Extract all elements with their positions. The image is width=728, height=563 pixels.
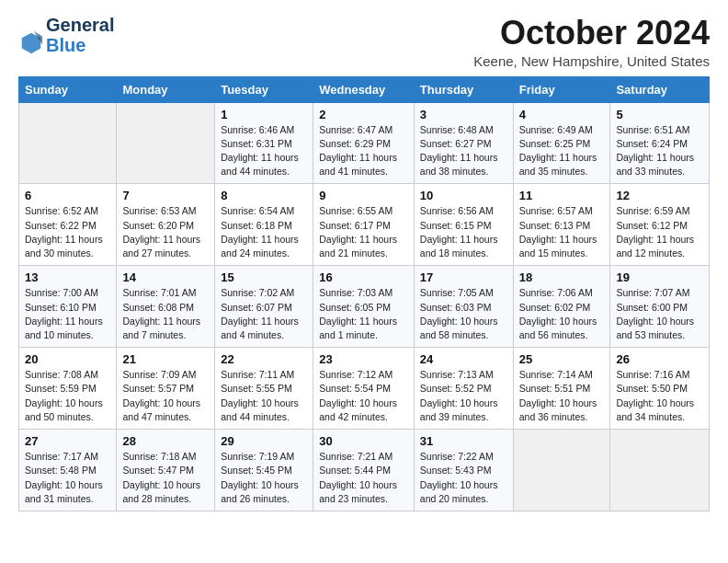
cell-detail: Sunrise: 7:07 AM Sunset: 6:00 PM Dayligh… — [616, 286, 703, 342]
calendar-cell: 13Sunrise: 7:00 AM Sunset: 6:10 PM Dayli… — [19, 266, 117, 348]
calendar-cell: 18Sunrise: 7:06 AM Sunset: 6:02 PM Dayli… — [513, 266, 610, 348]
calendar-cell: 26Sunrise: 7:16 AM Sunset: 5:50 PM Dayli… — [610, 348, 710, 430]
calendar-cell: 12Sunrise: 6:59 AM Sunset: 6:12 PM Dayli… — [610, 184, 710, 266]
cell-detail: Sunrise: 7:00 AM Sunset: 6:10 PM Dayligh… — [25, 286, 110, 342]
calendar-cell: 27Sunrise: 7:17 AM Sunset: 5:48 PM Dayli… — [19, 430, 117, 511]
day-number: 16 — [319, 270, 408, 284]
calendar-cell — [117, 102, 215, 184]
calendar-cell: 19Sunrise: 7:07 AM Sunset: 6:00 PM Dayli… — [610, 266, 710, 348]
calendar-cell: 21Sunrise: 7:09 AM Sunset: 5:57 PM Dayli… — [117, 348, 215, 430]
day-number: 17 — [420, 270, 507, 284]
day-number: 28 — [122, 434, 209, 448]
calendar-cell: 23Sunrise: 7:12 AM Sunset: 5:54 PM Dayli… — [313, 348, 415, 430]
day-number: 2 — [319, 108, 408, 121]
weekday-header-wednesday: Wednesday — [313, 76, 415, 102]
day-number: 31 — [420, 434, 507, 448]
cell-detail: Sunrise: 6:52 AM Sunset: 6:22 PM Dayligh… — [25, 204, 110, 260]
logo: General Blue — [18, 15, 114, 55]
calendar-cell: 2Sunrise: 6:47 AM Sunset: 6:29 PM Daylig… — [313, 102, 415, 184]
day-number: 6 — [25, 189, 110, 202]
day-number: 14 — [122, 270, 209, 284]
calendar-body: 1Sunrise: 6:46 AM Sunset: 6:31 PM Daylig… — [19, 102, 710, 511]
calendar-cell: 1Sunrise: 6:46 AM Sunset: 6:31 PM Daylig… — [215, 102, 313, 184]
calendar-week-5: 27Sunrise: 7:17 AM Sunset: 5:48 PM Dayli… — [19, 430, 710, 511]
month-title: October 2024 — [473, 15, 710, 52]
logo-general-text: General — [46, 15, 114, 35]
cell-detail: Sunrise: 7:11 AM Sunset: 5:55 PM Dayligh… — [221, 368, 307, 424]
day-number: 20 — [25, 352, 110, 366]
day-number: 29 — [221, 434, 307, 448]
cell-detail: Sunrise: 7:21 AM Sunset: 5:44 PM Dayligh… — [319, 450, 408, 506]
day-number: 24 — [420, 352, 507, 366]
calendar-cell: 30Sunrise: 7:21 AM Sunset: 5:44 PM Dayli… — [313, 430, 415, 511]
day-number: 27 — [25, 434, 110, 448]
day-number: 22 — [221, 352, 307, 366]
calendar-cell: 24Sunrise: 7:13 AM Sunset: 5:52 PM Dayli… — [414, 348, 513, 430]
calendar-cell: 15Sunrise: 7:02 AM Sunset: 6:07 PM Dayli… — [215, 266, 313, 348]
calendar-cell: 5Sunrise: 6:51 AM Sunset: 6:24 PM Daylig… — [610, 102, 710, 184]
title-block: October 2024 Keene, New Hampshire, Unite… — [473, 15, 710, 69]
weekday-header-row: SundayMondayTuesdayWednesdayThursdayFrid… — [19, 76, 710, 102]
weekday-header-saturday: Saturday — [610, 76, 710, 102]
header: General Blue October 2024 Keene, New Ham… — [18, 15, 710, 69]
cell-detail: Sunrise: 7:01 AM Sunset: 6:08 PM Dayligh… — [122, 286, 209, 342]
weekday-header-sunday: Sunday — [19, 76, 117, 102]
cell-detail: Sunrise: 6:57 AM Sunset: 6:13 PM Dayligh… — [519, 204, 605, 260]
calendar-week-1: 1Sunrise: 6:46 AM Sunset: 6:31 PM Daylig… — [19, 102, 710, 184]
calendar-cell: 29Sunrise: 7:19 AM Sunset: 5:45 PM Dayli… — [215, 430, 313, 511]
cell-detail: Sunrise: 6:46 AM Sunset: 6:31 PM Dayligh… — [221, 123, 307, 179]
logo-blue-text: Blue — [46, 35, 85, 55]
cell-detail: Sunrise: 7:03 AM Sunset: 6:05 PM Dayligh… — [319, 286, 408, 342]
cell-detail: Sunrise: 7:06 AM Sunset: 6:02 PM Dayligh… — [519, 286, 605, 342]
calendar-cell: 7Sunrise: 6:53 AM Sunset: 6:20 PM Daylig… — [117, 184, 215, 266]
calendar-cell: 31Sunrise: 7:22 AM Sunset: 5:43 PM Dayli… — [414, 430, 513, 511]
calendar-cell: 10Sunrise: 6:56 AM Sunset: 6:15 PM Dayli… — [414, 184, 513, 266]
cell-detail: Sunrise: 7:02 AM Sunset: 6:07 PM Dayligh… — [221, 286, 307, 342]
day-number: 3 — [420, 108, 507, 121]
calendar-cell: 16Sunrise: 7:03 AM Sunset: 6:05 PM Dayli… — [313, 266, 415, 348]
page: General Blue October 2024 Keene, New Ham… — [0, 0, 728, 526]
calendar-week-3: 13Sunrise: 7:00 AM Sunset: 6:10 PM Dayli… — [19, 266, 710, 348]
calendar-week-4: 20Sunrise: 7:08 AM Sunset: 5:59 PM Dayli… — [19, 348, 710, 430]
day-number: 21 — [122, 352, 209, 366]
day-number: 18 — [519, 270, 605, 284]
calendar-cell — [19, 102, 117, 184]
day-number: 4 — [519, 108, 605, 121]
cell-detail: Sunrise: 7:22 AM Sunset: 5:43 PM Dayligh… — [420, 450, 507, 506]
day-number: 5 — [616, 108, 703, 121]
calendar-cell: 17Sunrise: 7:05 AM Sunset: 6:03 PM Dayli… — [414, 266, 513, 348]
day-number: 30 — [319, 434, 408, 448]
location: Keene, New Hampshire, United States — [473, 53, 710, 69]
cell-detail: Sunrise: 7:09 AM Sunset: 5:57 PM Dayligh… — [122, 368, 209, 424]
day-number: 10 — [420, 189, 507, 202]
calendar-table: SundayMondayTuesdayWednesdayThursdayFrid… — [18, 76, 710, 511]
cell-detail: Sunrise: 7:17 AM Sunset: 5:48 PM Dayligh… — [25, 450, 110, 506]
calendar-header: SundayMondayTuesdayWednesdayThursdayFrid… — [19, 76, 710, 102]
cell-detail: Sunrise: 7:18 AM Sunset: 5:47 PM Dayligh… — [122, 450, 209, 506]
cell-detail: Sunrise: 6:59 AM Sunset: 6:12 PM Dayligh… — [616, 204, 703, 260]
calendar-cell: 9Sunrise: 6:55 AM Sunset: 6:17 PM Daylig… — [313, 184, 415, 266]
weekday-header-thursday: Thursday — [414, 76, 513, 102]
logo-icon — [18, 29, 44, 55]
cell-detail: Sunrise: 6:56 AM Sunset: 6:15 PM Dayligh… — [420, 204, 507, 260]
cell-detail: Sunrise: 6:51 AM Sunset: 6:24 PM Dayligh… — [616, 123, 703, 179]
weekday-header-friday: Friday — [513, 76, 610, 102]
cell-detail: Sunrise: 7:13 AM Sunset: 5:52 PM Dayligh… — [420, 368, 507, 424]
weekday-header-tuesday: Tuesday — [215, 76, 313, 102]
calendar-cell: 20Sunrise: 7:08 AM Sunset: 5:59 PM Dayli… — [19, 348, 117, 430]
calendar-cell: 22Sunrise: 7:11 AM Sunset: 5:55 PM Dayli… — [215, 348, 313, 430]
day-number: 15 — [221, 270, 307, 284]
calendar-cell: 8Sunrise: 6:54 AM Sunset: 6:18 PM Daylig… — [215, 184, 313, 266]
cell-detail: Sunrise: 7:19 AM Sunset: 5:45 PM Dayligh… — [221, 450, 307, 506]
calendar-cell: 11Sunrise: 6:57 AM Sunset: 6:13 PM Dayli… — [513, 184, 610, 266]
cell-detail: Sunrise: 7:14 AM Sunset: 5:51 PM Dayligh… — [519, 368, 605, 424]
calendar-cell: 25Sunrise: 7:14 AM Sunset: 5:51 PM Dayli… — [513, 348, 610, 430]
day-number: 12 — [616, 189, 703, 202]
day-number: 1 — [221, 108, 307, 121]
day-number: 7 — [122, 189, 209, 202]
day-number: 26 — [616, 352, 703, 366]
day-number: 8 — [221, 189, 307, 202]
calendar-cell: 14Sunrise: 7:01 AM Sunset: 6:08 PM Dayli… — [117, 266, 215, 348]
day-number: 9 — [319, 189, 408, 202]
cell-detail: Sunrise: 6:53 AM Sunset: 6:20 PM Dayligh… — [122, 204, 209, 260]
